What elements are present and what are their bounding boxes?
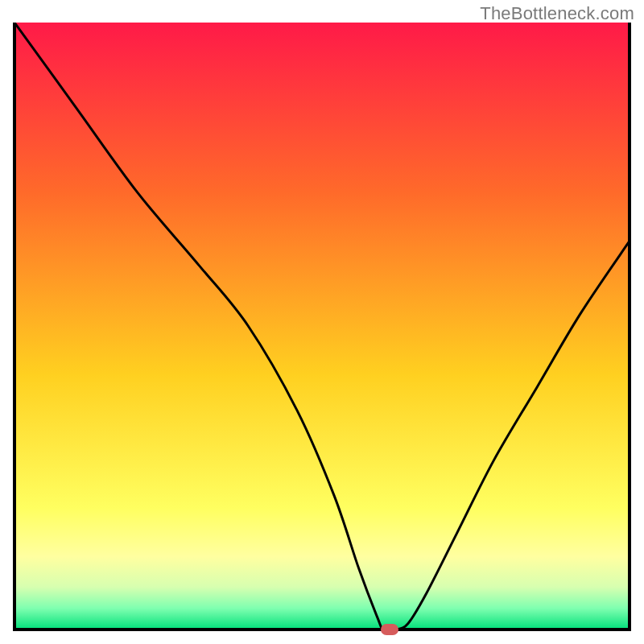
optimal-point-marker	[381, 624, 398, 635]
chart-background-gradient	[14, 23, 630, 630]
chart-stage: TheBottleneck.com	[0, 0, 644, 644]
bottleneck-chart	[0, 0, 644, 644]
watermark-text: TheBottleneck.com	[480, 3, 634, 24]
